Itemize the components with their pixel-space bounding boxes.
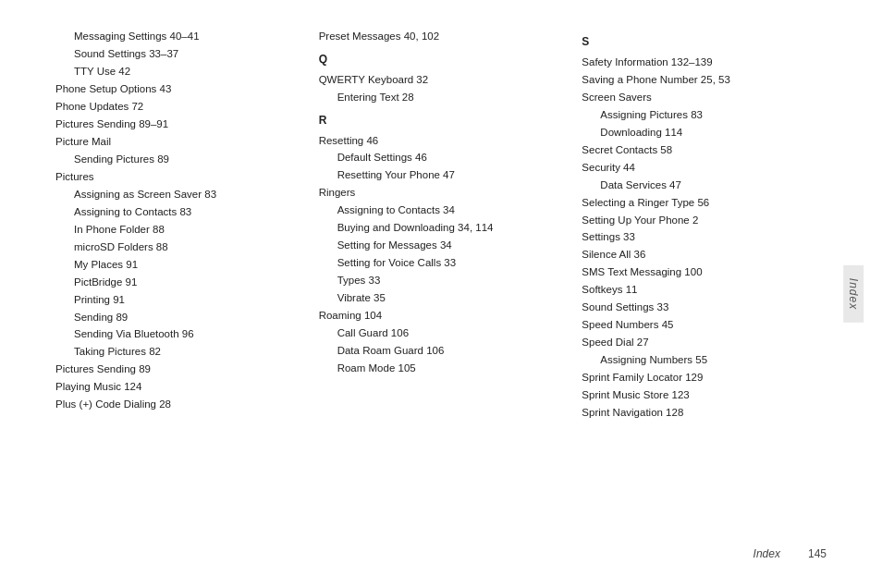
index-entry: PictBridge 91 [74,274,300,291]
column-3: SSafety Information 132–139Saving a Phon… [582,28,827,538]
index-entry: Printing 91 [74,291,300,309]
index-entry: Assigning as Screen Saver 83 [74,186,300,203]
footer-page: 145 [808,547,827,560]
page-container: Messaging Settings 40–41Sound Settings 3… [0,0,882,588]
index-entry: Sprint Family Locator 129 [582,369,827,386]
index-entry: Pictures [55,168,300,186]
index-entry: Phone Updates 72 [55,98,300,116]
index-entry: Call Guard 106 [337,325,564,342]
index-entry: Assigning to Contacts 34 [337,202,564,219]
index-entry: Messaging Settings 40–41 [74,28,300,45]
index-entry: Screen Savers [582,89,827,106]
index-entry: Sprint Music Store 123 [582,386,827,404]
index-entry: Setting for Voice Calls 33 [337,254,564,272]
index-entry: Playing Music 124 [55,378,300,396]
index-entry: Buying and Downloading 34, 114 [337,219,564,237]
index-entry: SMS Text Messaging 100 [582,263,827,281]
index-entry: Assigning to Contacts 83 [74,203,300,221]
side-tab: Index [843,265,864,323]
index-entry: Default Settings 46 [337,149,564,166]
index-entry: Data Roam Guard 106 [337,342,564,360]
index-entry: Sending Pictures 89 [74,151,300,168]
index-entry: Types 33 [337,272,564,289]
index-entry: Preset Messages 40, 102 [319,28,564,45]
footer-label: Index [753,547,780,560]
index-entry: Picture Mail [55,133,300,151]
index-entry: Taking Pictures 82 [74,343,300,361]
index-entry: Speed Numbers 45 [582,316,827,334]
index-entry: Assigning Pictures 83 [600,106,827,124]
index-entry: Roam Mode 105 [337,360,564,377]
index-entry: Selecting a Ringer Type 56 [582,194,827,212]
index-entry: R [319,112,564,130]
index-entry: Roaming 104 [319,307,564,325]
index-entry: Entering Text 28 [337,89,564,106]
index-entry: Phone Setup Options 43 [55,80,300,98]
index-entry: Settings 33 [582,228,827,246]
index-entry: Q [319,51,564,69]
index-entry: Pictures Sending 89 [55,361,300,378]
column-1: Messaging Settings 40–41Sound Settings 3… [55,28,319,538]
index-entry: My Places 91 [74,256,300,274]
index-entry: Resetting Your Phone 47 [337,166,564,184]
index-entry: Data Services 47 [600,177,827,194]
index-entry: S [582,33,827,52]
index-entry: Plus (+) Code Dialing 28 [55,396,300,413]
index-entry: Sending 89 [74,309,300,326]
index-entry: Secret Contacts 58 [582,141,827,159]
index-entry: Resetting 46 [319,132,564,150]
index-entry: Sprint Navigation 128 [582,404,827,422]
index-entry: Sound Settings 33 [582,299,827,316]
footer-bar: Index 145 [55,538,827,560]
index-entry: Saving a Phone Number 25, 53 [582,71,827,89]
index-entry: Silence All 36 [582,246,827,263]
index-entry: Setting for Messages 34 [337,237,564,254]
index-entry: Sending Via Bluetooth 96 [74,325,300,343]
index-entry: Softkeys 11 [582,281,827,299]
index-entry: microSD Folders 88 [74,239,300,256]
index-entry: QWERTY Keyboard 32 [319,71,564,89]
index-entry: Speed Dial 27 [582,334,827,351]
index-entry: Vibrate 35 [337,289,564,307]
index-entry: Downloading 114 [600,124,827,141]
index-entry: Sound Settings 33–37 [74,45,300,63]
index-entry: In Phone Folder 88 [74,221,300,239]
index-entry: Ringers [319,184,564,202]
index-entry: TTY Use 42 [74,63,300,80]
column-2: Preset Messages 40, 102QQWERTY Keyboard … [319,28,582,538]
index-entry: Assigning Numbers 55 [600,351,827,369]
index-entry: Setting Up Your Phone 2 [582,212,827,229]
index-entry: Pictures Sending 89–91 [55,116,300,133]
index-entry: Security 44 [582,159,827,177]
content-area: Messaging Settings 40–41Sound Settings 3… [55,28,827,538]
index-entry: Safety Information 132–139 [582,54,827,71]
